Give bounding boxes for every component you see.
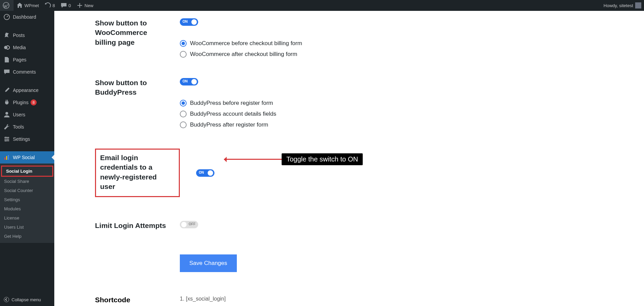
site-name-menu[interactable]: WPmet bbox=[14, 0, 42, 11]
menu-plugins-label: Plugins bbox=[13, 100, 29, 105]
media-icon bbox=[3, 44, 10, 51]
save-control: Save Changes bbox=[180, 254, 237, 272]
submenu-users-list[interactable]: Users List bbox=[0, 223, 54, 232]
submenu-settings[interactable]: Settings bbox=[0, 195, 54, 204]
bp-account-radio[interactable]: BuddyPress account details fields bbox=[180, 111, 276, 117]
refresh-icon bbox=[44, 2, 51, 9]
svg-point-10 bbox=[4, 297, 9, 302]
admin-bar-right: Howdy, sitetest bbox=[601, 0, 644, 11]
toggle-knob bbox=[181, 222, 187, 227]
menu-posts-label: Posts bbox=[13, 33, 25, 38]
menu-comments[interactable]: Comments bbox=[0, 66, 54, 78]
svg-point-5 bbox=[7, 138, 8, 140]
limit-login-label: Limit Login Attempts bbox=[95, 221, 180, 230]
menu-dashboard-label: Dashboard bbox=[13, 14, 36, 20]
menu-posts[interactable]: Posts bbox=[0, 29, 54, 41]
menu-users-label: Users bbox=[13, 112, 25, 117]
menu-settings-label: Settings bbox=[13, 136, 30, 142]
svg-rect-8 bbox=[6, 156, 7, 160]
save-button[interactable]: Save Changes bbox=[180, 254, 237, 272]
brush-icon bbox=[3, 87, 10, 94]
updates-menu[interactable]: 8 bbox=[42, 0, 58, 11]
radio-icon bbox=[180, 100, 187, 107]
admin-bar-left: WPmet 8 0 New bbox=[0, 0, 96, 11]
menu-pages[interactable]: Pages bbox=[0, 54, 54, 66]
comments-icon bbox=[3, 69, 10, 75]
email-creds-label: Email login credentials to a newly-regis… bbox=[95, 149, 180, 197]
site-name: WPmet bbox=[24, 3, 39, 8]
submenu-license[interactable]: License bbox=[0, 213, 54, 223]
avatar bbox=[635, 2, 641, 8]
toggle-knob bbox=[191, 19, 197, 25]
bp-after-radio[interactable]: BuddyPress after register form bbox=[180, 121, 276, 128]
admin-sidebar: Dashboard Posts Media Pages Comments App… bbox=[0, 11, 54, 306]
comments-menu[interactable]: 0 bbox=[58, 0, 74, 11]
menu-wp-social-label: WP Social bbox=[13, 155, 35, 160]
radio-icon bbox=[180, 51, 187, 58]
setting-shortcode: Shortcode 1. [xs_social_login] bbox=[95, 296, 644, 304]
menu-appearance[interactable]: Appearance bbox=[0, 84, 54, 96]
buddypress-control: ON BuddyPress before register form Buddy… bbox=[180, 78, 276, 128]
annotation-text: Toggle the switch to ON bbox=[282, 153, 363, 165]
toggle-knob bbox=[191, 79, 197, 84]
dashboard-icon bbox=[3, 14, 10, 20]
menu-wp-social[interactable]: WP Social bbox=[0, 151, 54, 164]
submenu-modules[interactable]: Modules bbox=[0, 204, 54, 213]
new-label: New bbox=[84, 3, 93, 8]
main-content: Show button to WooCommerce billing page … bbox=[54, 11, 644, 306]
toggle-on-label: ON bbox=[199, 171, 204, 174]
new-content-menu[interactable]: New bbox=[74, 0, 96, 11]
collapse-label: Collapse menu bbox=[12, 297, 41, 302]
wp-logo-menu[interactable] bbox=[0, 0, 14, 11]
email-creds-toggle[interactable]: ON bbox=[196, 169, 214, 177]
toggle-off-label: OFF bbox=[189, 222, 195, 226]
menu-tools-label: Tools bbox=[13, 124, 24, 130]
limit-login-toggle[interactable]: OFF bbox=[180, 221, 198, 228]
toggle-on-label: ON bbox=[183, 79, 188, 83]
toggle-knob bbox=[208, 170, 213, 176]
plus-icon bbox=[76, 2, 83, 9]
user-menu[interactable]: Howdy, sitetest bbox=[601, 0, 644, 11]
buddypress-toggle[interactable]: ON bbox=[180, 78, 198, 85]
woo-billing-label: Show button to WooCommerce billing page bbox=[95, 18, 180, 47]
menu-tools[interactable]: Tools bbox=[0, 121, 54, 133]
chart-icon bbox=[3, 154, 10, 161]
woo-after-radio[interactable]: WooCommerce after checkout billing form bbox=[180, 51, 302, 58]
plugins-badge: 8 bbox=[31, 99, 37, 106]
bp-before-radio[interactable]: BuddyPress before register form bbox=[180, 100, 276, 107]
menu-settings[interactable]: Settings bbox=[0, 133, 54, 145]
submenu-social-counter[interactable]: Social Counter bbox=[0, 186, 54, 195]
submenu-get-help[interactable]: Get Help bbox=[0, 232, 54, 241]
setting-email-creds: Email login credentials to a newly-regis… bbox=[95, 149, 644, 197]
menu-users[interactable]: Users bbox=[0, 109, 54, 121]
woo-billing-toggle[interactable]: ON bbox=[180, 18, 198, 26]
menu-media-label: Media bbox=[13, 45, 26, 50]
setting-limit-login: Limit Login Attempts OFF bbox=[95, 221, 644, 230]
radio-label: WooCommerce after checkout billing form bbox=[190, 51, 297, 58]
woo-billing-control: ON WooCommerce before checkout billing f… bbox=[180, 18, 302, 58]
user-icon bbox=[3, 111, 10, 118]
svg-rect-9 bbox=[8, 155, 9, 160]
menu-pages-label: Pages bbox=[13, 57, 26, 62]
radio-icon bbox=[180, 111, 187, 117]
radio-label: BuddyPress before register form bbox=[190, 100, 273, 107]
comment-icon bbox=[60, 2, 67, 9]
email-creds-control: ON bbox=[196, 169, 214, 177]
updates-count: 8 bbox=[53, 3, 55, 8]
radio-label: BuddyPress account details fields bbox=[190, 111, 276, 117]
menu-dashboard[interactable]: Dashboard bbox=[0, 11, 54, 23]
submenu-social-share[interactable]: Social Share bbox=[0, 177, 54, 186]
radio-label: WooCommerce before checkout billing form bbox=[190, 40, 302, 47]
woo-before-radio[interactable]: WooCommerce before checkout billing form bbox=[180, 40, 302, 47]
plugin-icon bbox=[3, 99, 10, 106]
submenu-social-login[interactable]: Social Login bbox=[1, 166, 53, 177]
menu-media[interactable]: Media bbox=[0, 41, 54, 54]
svg-rect-7 bbox=[4, 157, 5, 160]
toggle-on-label: ON bbox=[183, 20, 188, 23]
sliders-icon bbox=[3, 136, 10, 142]
menu-plugins[interactable]: Plugins 8 bbox=[0, 96, 54, 109]
setting-buddypress: Show button to BuddyPress ON BuddyPress … bbox=[95, 78, 644, 128]
admin-bar: WPmet 8 0 New Howdy, sitetest bbox=[0, 0, 644, 11]
collapse-menu[interactable]: Collapse menu bbox=[0, 293, 54, 306]
home-icon bbox=[16, 2, 23, 9]
